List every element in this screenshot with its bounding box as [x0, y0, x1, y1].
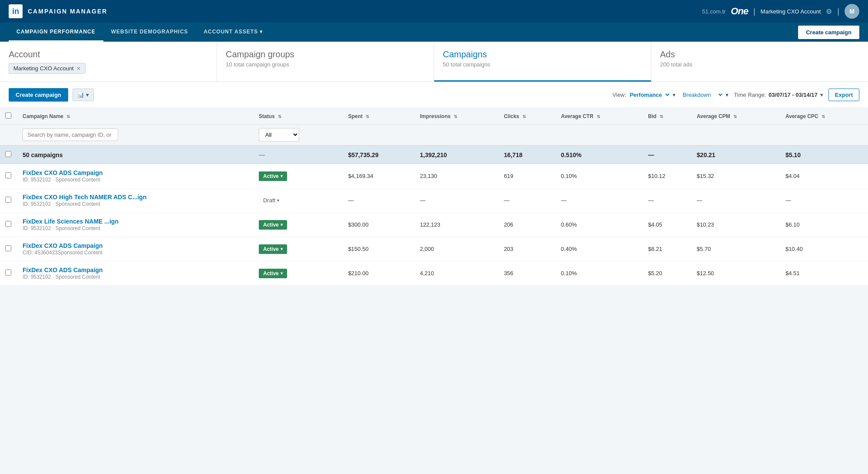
row-impressions: 23,130 — [415, 164, 498, 188]
table-header-row: Campaign Name ⇅ Status ⇅ Spent ⇅ Impress… — [0, 108, 868, 125]
header-left: in CAMPAIGN MANAGER — [9, 4, 107, 18]
col-header-ctr[interactable]: Average CTR ⇅ — [556, 108, 643, 125]
summary-cpc: $5.10 — [780, 145, 868, 164]
row-bid: — — [643, 188, 692, 213]
filter-spacer — [343, 125, 868, 146]
sort-icon-cpm: ⇅ — [733, 114, 737, 119]
chart-icon: 📊 — [77, 92, 84, 98]
table-row: FixDex CXO ADS Campaign ID: 9532102 · Sp… — [0, 164, 868, 188]
create-campaign-header-button[interactable]: Create campaign — [798, 26, 859, 39]
col-header-cpc[interactable]: Average CPC ⇅ — [780, 108, 868, 125]
campaign-meta: ID: 9532102 · Sponsored Content — [23, 225, 100, 231]
col-header-impressions[interactable]: Impressions ⇅ — [415, 108, 498, 125]
status-badge-active[interactable]: Active ▾ — [259, 244, 287, 254]
gear-icon[interactable]: ⚙ — [826, 7, 832, 16]
linkedin-logo: in — [9, 4, 23, 18]
nav-item-website-demographics[interactable]: WEBSITE DEMOGRAPHICS — [103, 23, 196, 42]
row-checkbox[interactable] — [5, 197, 11, 203]
row-status-cell: Active ▾ — [254, 164, 343, 188]
time-range-dropdown-icon[interactable]: ▾ — [820, 92, 823, 98]
hierarchy-account-tag-close[interactable]: ✕ — [76, 66, 81, 72]
row-spent: $4,169.34 — [343, 164, 415, 188]
row-impressions: 4,210 — [415, 261, 498, 286]
row-checkbox-cell — [0, 261, 17, 286]
status-filter-select[interactable]: All Active Draft Paused Archived — [259, 128, 299, 142]
campaign-name-link[interactable]: FixDex CXO ADS Campaign — [23, 169, 248, 176]
hierarchy-campaigns-label: Campaigns — [443, 49, 642, 59]
col-header-status[interactable]: Status ⇅ — [254, 108, 343, 125]
status-badge-active[interactable]: Active ▾ — [259, 220, 287, 230]
campaign-name-link[interactable]: FixDex CXO ADS Campaign — [23, 242, 248, 249]
row-bid: $8.21 — [643, 237, 692, 261]
status-dropdown-arrow: ▾ — [281, 174, 283, 178]
row-name-cell: FixDex CXO ADS Campaign ID: 9532102 · Sp… — [17, 164, 254, 188]
summary-row: 50 campaigns — $57,735.29 1,392,210 16,7… — [0, 145, 868, 164]
row-clicks: — — [498, 188, 555, 213]
row-cpc: $4.51 — [780, 261, 868, 286]
row-checkbox[interactable] — [5, 245, 11, 251]
campaign-name-link[interactable]: FixDex CXO High Tech NAMER ADS C...ign — [23, 194, 248, 201]
row-checkbox-cell — [0, 188, 17, 213]
col-header-cpm[interactable]: Average CPM ⇅ — [692, 108, 780, 125]
create-campaign-button[interactable]: Create campaign — [9, 88, 68, 102]
toolbar-view[interactable]: View: Perfomance Engagement Conversion ▾ — [613, 91, 676, 99]
summary-bid: — — [643, 145, 692, 164]
row-checkbox[interactable] — [5, 172, 11, 178]
export-button[interactable]: Export — [828, 89, 859, 101]
sort-icon-bid: ⇅ — [660, 114, 663, 119]
row-name-cell: FixDex Life Sciences NAME ...ign ID: 953… — [17, 213, 254, 237]
campaign-meta: ID: 9532102 · Sponsored Content — [23, 177, 100, 183]
summary-clicks: 16,718 — [498, 145, 555, 164]
campaign-name-link[interactable]: FixDex Life Sciences NAME ...ign — [23, 218, 248, 225]
toolbar-breakdown[interactable]: Breakdown By Date By Campaign ▾ — [681, 91, 729, 99]
breakdown-dropdown-icon: ▾ — [726, 92, 729, 98]
breakdown-select[interactable]: Breakdown By Date By Campaign — [681, 91, 724, 99]
summary-spent: $57,735.29 — [343, 145, 415, 164]
avatar[interactable]: M — [845, 4, 859, 19]
summary-impressions: 1,392,210 — [415, 145, 498, 164]
row-cpc: $6.10 — [780, 213, 868, 237]
row-clicks: 356 — [498, 261, 555, 286]
row-cpc: — — [780, 188, 868, 213]
status-badge-draft[interactable]: Draft ▾ — [259, 195, 284, 205]
nav-bar: CAMPAIGN PERFORMANCE WEBSITE DEMOGRAPHIC… — [0, 23, 868, 42]
search-input[interactable] — [23, 128, 118, 141]
status-dropdown-arrow: ▾ — [281, 222, 283, 227]
row-cpc: $4.04 — [780, 164, 868, 188]
chart-toggle-button[interactable]: 📊 ▾ — [73, 89, 94, 101]
row-spent: — — [343, 188, 415, 213]
row-bid: $4.05 — [643, 213, 692, 237]
toolbar-left: Create campaign 📊 ▾ — [9, 88, 94, 102]
col-header-bid[interactable]: Bid ⇅ — [643, 108, 692, 125]
row-spent: $150.50 — [343, 237, 415, 261]
row-checkbox[interactable] — [5, 270, 11, 276]
hierarchy-ads-sub: 200 total ads — [660, 61, 859, 68]
row-checkbox[interactable] — [5, 221, 11, 227]
row-spent: $210.00 — [343, 261, 415, 286]
hierarchy-account-label: Account — [9, 49, 208, 59]
view-select[interactable]: Perfomance Engagement Conversion — [628, 91, 671, 99]
select-all-checkbox[interactable] — [5, 112, 11, 118]
header-domain: 51.com.tr — [702, 8, 726, 15]
col-header-spent[interactable]: Spent ⇅ — [343, 108, 415, 125]
nav-item-campaign-performance[interactable]: CAMPAIGN PERFORMANCE — [9, 23, 103, 42]
toolbar: Create campaign 📊 ▾ View: Perfomance Eng… — [0, 82, 868, 108]
status-badge-active[interactable]: Active ▾ — [259, 171, 287, 181]
row-checkbox-cell — [0, 237, 17, 261]
table-row: FixDex Life Sciences NAME ...ign ID: 953… — [0, 213, 868, 237]
row-cpm: $12.50 — [692, 261, 780, 286]
row-status-cell: Draft ▾ — [254, 188, 343, 213]
col-header-clicks[interactable]: Clicks ⇅ — [498, 108, 555, 125]
status-dropdown-arrow: ▾ — [281, 271, 283, 276]
filter-search-cell — [17, 125, 254, 146]
summary-ctr: 0.510% — [556, 145, 643, 164]
time-range-label: Time Range: — [734, 92, 766, 98]
summary-checkbox[interactable] — [5, 151, 11, 157]
row-status-cell: Active ▾ — [254, 261, 343, 286]
status-badge-active[interactable]: Active ▾ — [259, 269, 287, 278]
campaign-name-link[interactable]: FixDex CXO ADS Campaign — [23, 267, 248, 273]
summary-checkbox-cell — [0, 145, 17, 164]
col-header-name[interactable]: Campaign Name ⇅ — [17, 108, 254, 125]
nav-item-account-assets[interactable]: ACCOUNT ASSETS ▾ — [196, 23, 271, 42]
table-body: 50 campaigns — $57,735.29 1,392,210 16,7… — [0, 145, 868, 286]
